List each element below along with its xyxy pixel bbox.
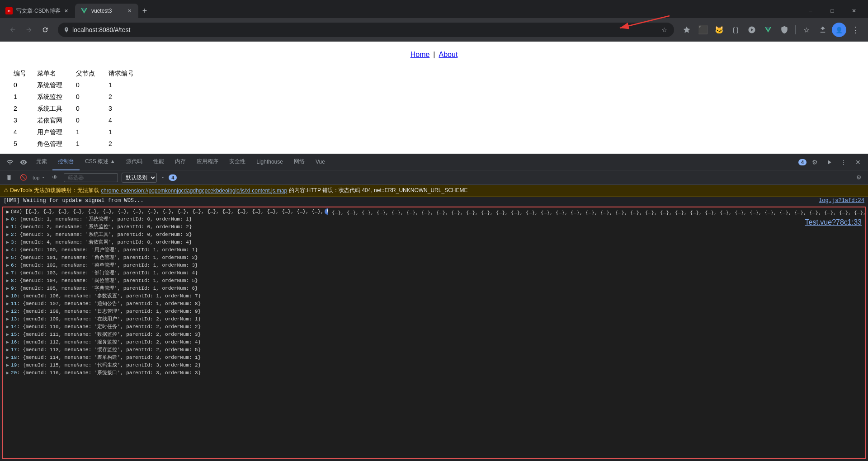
devtools-tab-lighthouse[interactable]: Lighthouse <box>251 154 288 170</box>
more-button[interactable]: ⋮ <box>848 23 863 37</box>
level-select[interactable]: 默认级别 <box>122 173 157 183</box>
close-window-button[interactable]: ✕ <box>844 4 864 18</box>
new-tab-button[interactable]: + <box>138 5 151 17</box>
console-line[interactable]: ▶10: {menuId: 106, menuName: '参数设置', par… <box>3 292 328 300</box>
extension-icon-3[interactable]: 🐱 <box>712 23 726 37</box>
devtools-tab-源代码[interactable]: 源代码 <box>121 154 148 170</box>
table-cell: 系统监控 <box>37 91 76 103</box>
console-line[interactable]: ▶15: {menuId: 111, menuName: '数据监控', par… <box>3 330 328 338</box>
right-console-continuation: {…}, {…}, {…}, {…}, {…}, {…}, {…}, {…}, … <box>332 209 862 217</box>
devtools-warning: ⚠ DevTools 无法加载源映射：无法加载 chrome-extension… <box>0 185 868 197</box>
console-right-panel: {…}, {…}, {…}, {…}, {…}, {…}, {…}, {…}, … <box>328 207 865 458</box>
table-row: 3若依官网04 <box>14 115 145 127</box>
console-line[interactable]: ▶5: {menuId: 101, menuName: '角色管理', pare… <box>3 254 328 261</box>
console-first-line[interactable]: ▶ (83) [{…}, {…}, {…}, {…}, {…}, {…}, {…… <box>3 207 328 215</box>
refresh-button[interactable] <box>38 23 52 37</box>
devtools-tab-内存[interactable]: 内存 <box>170 154 191 170</box>
table-cell: 系统管理 <box>37 80 76 91</box>
devtools-tab-vue[interactable]: Vue <box>310 154 330 170</box>
devtools-settings[interactable]: ⚙ <box>808 156 821 169</box>
console-line[interactable]: ▶16: {menuId: 112, menuName: '服务监控', par… <box>3 338 328 346</box>
extension-icon-5[interactable] <box>745 23 759 37</box>
downloads-icon[interactable] <box>816 23 830 37</box>
console-line[interactable]: ▶4: {menuId: 100, menuName: '用户管理', pare… <box>3 246 328 254</box>
console-line[interactable]: ▶9: {menuId: 105, menuName: '字典管理', pare… <box>3 284 328 292</box>
extension-icon-2[interactable]: ⬛ <box>696 23 710 37</box>
devtools-tab-性能[interactable]: 性能 <box>148 154 170 170</box>
block-network-icon[interactable]: 🚫 <box>18 172 29 183</box>
devtools-tab-应用程序[interactable]: 应用程序 <box>191 154 224 170</box>
devtools-tab-安全性[interactable]: 安全性 <box>224 154 251 170</box>
eye-icon[interactable]: 👁 <box>49 172 60 183</box>
console-line[interactable]: ▶8: {menuId: 104, menuName: '岗位管理', pare… <box>3 277 328 284</box>
extension-icon-6[interactable] <box>777 23 792 37</box>
profile-icon[interactable]: 👤 <box>832 23 846 37</box>
tab-vuetest-close[interactable]: ✕ <box>126 7 133 14</box>
extension-icon-1[interactable] <box>679 23 694 37</box>
tab-csdn[interactable]: C 写文章-CSDN博客 ✕ <box>0 4 75 18</box>
minimize-button[interactable]: – <box>800 4 821 18</box>
table-row: 0系统管理01 <box>14 80 145 91</box>
tab-csdn-close[interactable]: ✕ <box>62 7 70 14</box>
table-cell: 1 <box>14 91 37 103</box>
back-button[interactable] <box>5 23 20 37</box>
maximize-button[interactable]: □ <box>822 4 843 18</box>
console-settings-icon[interactable]: ⚙ <box>854 172 864 183</box>
devtools-inspect[interactable] <box>17 156 30 169</box>
address-text: localhost:8080/#/test <box>72 26 657 33</box>
console-line[interactable]: ▶18: {menuId: 114, menuName: '表单构建', par… <box>3 353 328 361</box>
table-row: 4用户管理11 <box>14 127 145 138</box>
csdn-favicon: C <box>5 7 13 14</box>
about-link[interactable]: About <box>439 51 458 59</box>
warning-suffix: 的内容:HTTP 错误：状态代码 404, net::ERR_UNKNOWN_U… <box>289 187 467 194</box>
clear-console-icon[interactable] <box>4 172 14 183</box>
console-line[interactable]: ▶14: {menuId: 110, menuName: '定时任务', par… <box>3 323 328 330</box>
console-line[interactable]: ▶11: {menuId: 107, menuName: '通知公告', par… <box>3 300 328 307</box>
log-ref-1[interactable]: log.js?1afd:24 <box>819 198 864 204</box>
bookmarks-icon[interactable]: ☆ <box>799 23 814 37</box>
home-link[interactable]: Home <box>410 51 430 59</box>
table-cell: 角色管理 <box>37 138 76 150</box>
table-cell: 3 <box>108 103 145 115</box>
extension-icon-4[interactable]: ( ) <box>728 23 743 37</box>
vue-devtools-icon[interactable] <box>761 23 775 37</box>
tab-vuetest[interactable]: vuetest3 ✕ <box>75 4 138 18</box>
warning-link[interactable]: chrome-extension://popomkonnjgcdagdhgcpc… <box>101 188 287 194</box>
console-line[interactable]: ▶20: {menuId: 116, menuName: '系统接口', par… <box>3 369 328 376</box>
devtools-more[interactable]: ⋮ <box>837 156 850 169</box>
console-line[interactable]: ▶3: {menuId: 4, menuName: '若依官网', parent… <box>3 238 328 246</box>
tab-csdn-title: 写文章-CSDN博客 <box>16 7 61 15</box>
devtools-tab-css-概述-▲[interactable]: CSS 概述 ▲ <box>80 154 121 170</box>
devtools-remote-debug[interactable] <box>823 156 835 169</box>
table-cell: 1 <box>76 138 108 150</box>
console-line[interactable]: ▶0: {menuId: 1, menuName: '系统管理', parent… <box>3 215 328 223</box>
devtools-tab-网络[interactable]: 网络 <box>288 154 310 170</box>
console-line[interactable]: ▶6: {menuId: 102, menuName: '菜单管理', pare… <box>3 261 328 269</box>
log-ref-2[interactable]: Test.vue?78c1:33 <box>805 218 862 226</box>
table-cell: 5 <box>14 138 37 150</box>
devtools-panel: 元素控制台CSS 概述 ▲源代码性能内存应用程序安全性Lighthouse网络V… <box>0 154 868 461</box>
hmr-text: [HMR] Waiting for update signal from WDS… <box>4 198 144 204</box>
devtools-device-toggle[interactable] <box>4 156 16 169</box>
devtools-toolbar: 🚫 top 👁 默认级别 4 ⚙ <box>0 170 868 185</box>
address-bar[interactable]: localhost:8080/#/test ☆ <box>58 23 674 37</box>
console-line[interactable]: ▶2: {menuId: 3, menuName: '系统工具', parent… <box>3 230 328 238</box>
console-line[interactable]: ▶19: {menuId: 115, menuName: '代码生成', par… <box>3 361 328 369</box>
nav-separator: | <box>433 51 435 59</box>
table-cell: 若依官网 <box>37 115 76 127</box>
console-line[interactable]: ▶17: {menuId: 113, menuName: '缓存监控', par… <box>3 346 328 353</box>
window-controls: – □ ✕ <box>800 4 864 18</box>
table-cell: 2 <box>14 103 37 115</box>
filter-input[interactable] <box>64 173 118 182</box>
table-cell: 0 <box>76 103 108 115</box>
forward-button[interactable] <box>22 23 36 37</box>
console-line[interactable]: ▶12: {menuId: 108, menuName: '日志管理', par… <box>3 307 328 315</box>
dropdown-arrow <box>160 175 165 180</box>
devtools-close[interactable]: ✕ <box>852 156 864 169</box>
devtools-tab-控制台[interactable]: 控制台 <box>52 154 80 170</box>
console-line[interactable]: ▶7: {menuId: 103, menuName: '部门管理', pare… <box>3 269 328 277</box>
devtools-tab-元素[interactable]: 元素 <box>31 154 52 170</box>
console-line[interactable]: ▶13: {menuId: 109, menuName: '在线用户', par… <box>3 315 328 323</box>
devtools-tabs-right: 4 ⚙ ⋮ ✕ <box>798 156 864 169</box>
console-line[interactable]: ▶1: {menuId: 2, menuName: '系统监控', parent… <box>3 223 328 230</box>
